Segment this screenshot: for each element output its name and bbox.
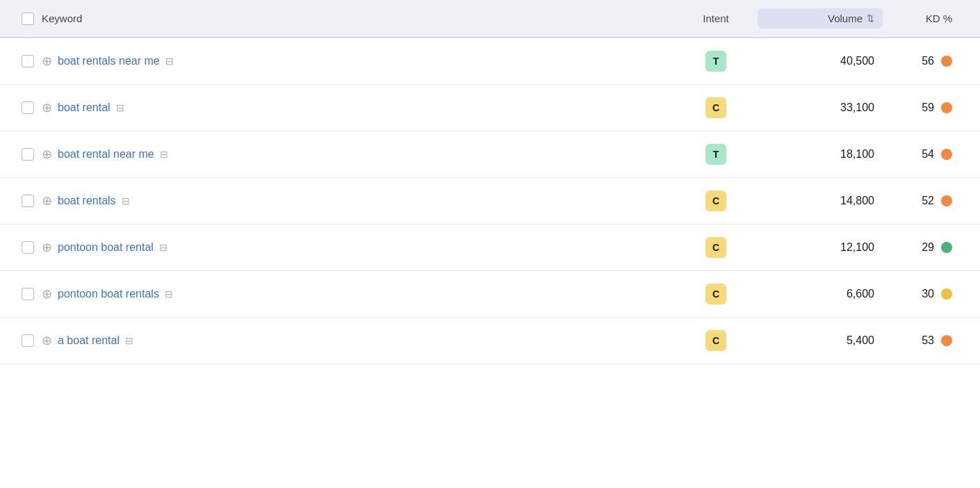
keyword-link[interactable]: pontoon boat rental bbox=[58, 241, 154, 254]
row-checkbox-cell bbox=[14, 241, 42, 254]
kd-dot bbox=[941, 195, 952, 206]
kd-dot bbox=[941, 335, 952, 346]
row-kd-cell: 54 bbox=[883, 148, 966, 161]
serp-icon[interactable]: ⊟ bbox=[159, 242, 168, 253]
row-keyword-cell: ⊕ boat rentals near me ⊟ bbox=[42, 54, 674, 69]
keyword-link[interactable]: boat rental bbox=[58, 101, 111, 114]
intent-badge: T bbox=[705, 144, 726, 165]
kd-value: 56 bbox=[913, 55, 934, 67]
kd-value: 29 bbox=[913, 241, 934, 254]
kd-dot bbox=[941, 149, 952, 160]
row-kd-cell: 59 bbox=[883, 101, 966, 114]
row-checkbox-2[interactable] bbox=[22, 148, 34, 161]
table-row: ⊕ boat rental ⊟ C 33,100 59 bbox=[0, 85, 980, 131]
row-intent-cell: C bbox=[674, 284, 758, 304]
serp-icon[interactable]: ⊟ bbox=[116, 102, 124, 113]
kd-dot bbox=[941, 242, 952, 253]
intent-badge: C bbox=[705, 237, 726, 258]
add-keyword-icon[interactable]: ⊕ bbox=[42, 147, 52, 162]
add-keyword-icon[interactable]: ⊕ bbox=[42, 286, 52, 302]
serp-icon[interactable]: ⊟ bbox=[165, 288, 173, 300]
row-kd-cell: 56 bbox=[883, 55, 966, 67]
header-kd: KD % bbox=[883, 13, 966, 24]
add-keyword-icon[interactable]: ⊕ bbox=[42, 193, 52, 209]
keyword-link[interactable]: a boat rental bbox=[58, 334, 120, 347]
row-checkbox-cell bbox=[14, 55, 42, 67]
row-volume-cell: 18,100 bbox=[758, 148, 883, 161]
kd-value: 53 bbox=[913, 334, 934, 347]
intent-badge: T bbox=[705, 51, 726, 72]
row-intent-cell: T bbox=[674, 51, 758, 72]
serp-icon[interactable]: ⊟ bbox=[165, 56, 174, 67]
table-row: ⊕ boat rentals ⊟ C 14,800 52 bbox=[0, 178, 980, 225]
kd-value: 30 bbox=[913, 288, 934, 300]
row-volume-cell: 5,400 bbox=[758, 334, 883, 347]
keyword-link[interactable]: boat rentals near me bbox=[58, 55, 160, 67]
row-intent-cell: C bbox=[674, 97, 758, 118]
volume-label: Volume bbox=[828, 13, 863, 24]
serp-icon[interactable]: ⊟ bbox=[122, 195, 130, 206]
table-body: ⊕ boat rentals near me ⊟ T 40,500 56 ⊕ b… bbox=[0, 38, 980, 364]
row-volume-cell: 40,500 bbox=[758, 55, 883, 67]
kd-value: 59 bbox=[913, 101, 934, 114]
row-kd-cell: 52 bbox=[883, 195, 966, 207]
table-row: ⊕ pontoon boat rental ⊟ C 12,100 29 bbox=[0, 225, 980, 271]
add-keyword-icon[interactable]: ⊕ bbox=[42, 54, 52, 69]
table-row: ⊕ boat rentals near me ⊟ T 40,500 56 bbox=[0, 38, 980, 85]
add-keyword-icon[interactable]: ⊕ bbox=[42, 100, 52, 115]
table-header: Keyword Intent Volume ⇅ KD % bbox=[0, 0, 980, 38]
kd-value: 52 bbox=[913, 195, 934, 207]
row-intent-cell: C bbox=[674, 190, 758, 211]
select-all-checkbox[interactable] bbox=[22, 13, 34, 25]
keyword-table: Keyword Intent Volume ⇅ KD % ⊕ boat rent… bbox=[0, 0, 980, 488]
table-row: ⊕ boat rental near me ⊟ T 18,100 54 bbox=[0, 131, 980, 178]
row-checkbox-cell bbox=[14, 101, 42, 114]
row-checkbox-cell bbox=[14, 334, 42, 347]
table-row: ⊕ a boat rental ⊟ C 5,400 53 bbox=[0, 318, 980, 364]
row-checkbox-5[interactable] bbox=[22, 288, 34, 300]
intent-badge: C bbox=[705, 97, 726, 118]
serp-icon[interactable]: ⊟ bbox=[160, 149, 168, 160]
kd-dot bbox=[941, 102, 952, 113]
serp-icon[interactable]: ⊟ bbox=[125, 335, 133, 346]
keyword-link[interactable]: boat rental near me bbox=[58, 148, 154, 161]
row-checkbox-cell bbox=[14, 148, 42, 161]
header-checkbox-cell bbox=[14, 13, 42, 25]
keyword-link[interactable]: boat rentals bbox=[58, 195, 116, 207]
row-kd-cell: 29 bbox=[883, 241, 966, 254]
kd-dot bbox=[941, 288, 952, 300]
row-keyword-cell: ⊕ pontoon boat rentals ⊟ bbox=[42, 286, 674, 302]
row-keyword-cell: ⊕ a boat rental ⊟ bbox=[42, 333, 674, 348]
row-intent-cell: C bbox=[674, 237, 758, 258]
row-keyword-cell: ⊕ boat rental near me ⊟ bbox=[42, 147, 674, 162]
add-keyword-icon[interactable]: ⊕ bbox=[42, 240, 52, 255]
header-volume[interactable]: Volume ⇅ bbox=[758, 8, 883, 29]
row-volume-cell: 6,600 bbox=[758, 288, 883, 300]
row-checkbox-cell bbox=[14, 195, 42, 207]
row-checkbox-4[interactable] bbox=[22, 241, 34, 254]
row-volume-cell: 12,100 bbox=[758, 241, 883, 254]
row-volume-cell: 14,800 bbox=[758, 195, 883, 207]
intent-badge: C bbox=[705, 190, 726, 211]
row-intent-cell: T bbox=[674, 144, 758, 165]
row-volume-cell: 33,100 bbox=[758, 101, 883, 114]
keyword-link[interactable]: pontoon boat rentals bbox=[58, 288, 159, 300]
row-keyword-cell: ⊕ pontoon boat rental ⊟ bbox=[42, 240, 674, 255]
header-keyword: Keyword bbox=[42, 13, 674, 24]
kd-dot bbox=[941, 56, 952, 67]
sort-icon: ⇅ bbox=[867, 13, 874, 24]
add-keyword-icon[interactable]: ⊕ bbox=[42, 333, 52, 348]
intent-badge: C bbox=[705, 284, 726, 304]
row-keyword-cell: ⊕ boat rentals ⊟ bbox=[42, 193, 674, 209]
row-checkbox-6[interactable] bbox=[22, 334, 34, 347]
intent-badge: C bbox=[705, 330, 726, 351]
header-intent: Intent bbox=[674, 13, 758, 24]
row-keyword-cell: ⊕ boat rental ⊟ bbox=[42, 100, 674, 115]
row-checkbox-3[interactable] bbox=[22, 195, 34, 207]
row-checkbox-0[interactable] bbox=[22, 55, 34, 67]
kd-value: 54 bbox=[913, 148, 934, 161]
row-checkbox-cell bbox=[14, 288, 42, 300]
table-row: ⊕ pontoon boat rentals ⊟ C 6,600 30 bbox=[0, 271, 980, 318]
row-kd-cell: 53 bbox=[883, 334, 966, 347]
row-checkbox-1[interactable] bbox=[22, 101, 34, 114]
